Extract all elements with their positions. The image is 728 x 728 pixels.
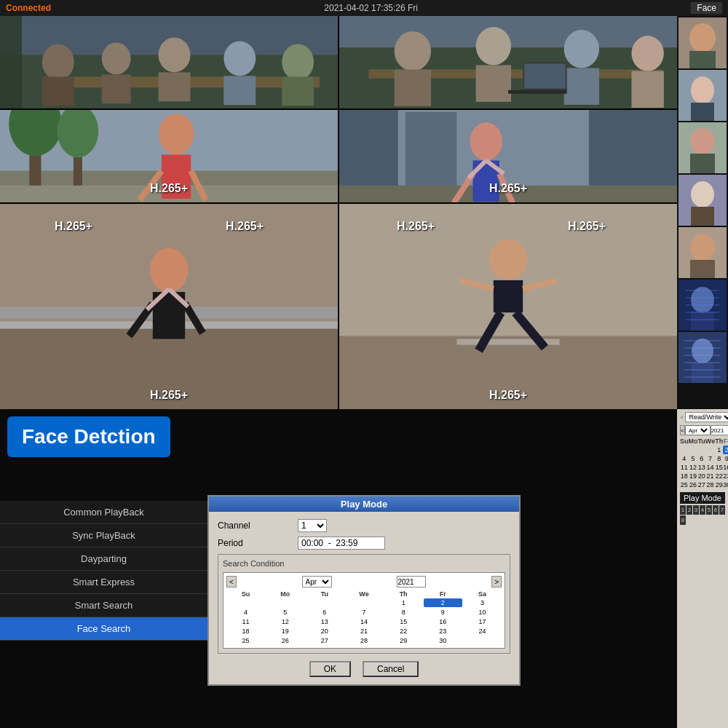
- cal-month-select[interactable]: AprMay: [302, 576, 332, 587]
- br-cal-header: < Apr >: [680, 425, 725, 435]
- search-condition-label: Search Condition: [223, 559, 505, 568]
- svg-rect-74: [691, 103, 714, 121]
- svg-point-63: [489, 239, 527, 280]
- read-write-row: ● Read/Write ▼: [680, 412, 725, 422]
- svg-point-17: [395, 31, 431, 71]
- video-label-5: H.265+: [150, 389, 188, 402]
- svg-point-73: [691, 76, 714, 104]
- dialog-buttons: OK Cancel: [218, 661, 510, 677]
- pm-cell-1[interactable]: 1: [680, 505, 686, 515]
- svg-point-3: [42, 44, 74, 80]
- channel-row: Channel 1234: [218, 519, 510, 532]
- channel-select[interactable]: 1234: [298, 519, 327, 532]
- play-mode-dialog: Play Mode Channel 1234 Period Search Con…: [207, 495, 521, 686]
- pm-cell-4[interactable]: 4: [700, 505, 705, 515]
- svg-point-31: [159, 114, 194, 154]
- video-grid: H.265+ H.265+: [0, 16, 677, 409]
- bottom-right-panel: ● Read/Write ▼ < Apr > Su Mo Tu We Th Fr…: [677, 409, 728, 728]
- menu-item-smart-search[interactable]: Smart Search: [0, 594, 207, 617]
- period-row: Period: [218, 537, 510, 550]
- pm-cell-8[interactable]: 8: [680, 515, 686, 525]
- svg-rect-20: [476, 65, 511, 101]
- svg-point-23: [631, 36, 663, 71]
- face-thumb-5[interactable]: [678, 227, 727, 278]
- face-detection-label: Face Detction: [7, 416, 170, 457]
- pm-cell-6[interactable]: 6: [713, 505, 719, 515]
- video-label-6: H.265+: [489, 389, 527, 402]
- svg-rect-13: [0, 16, 22, 108]
- video-cell-1: [0, 16, 338, 108]
- pm-cell-2[interactable]: 2: [687, 505, 692, 515]
- svg-rect-18: [395, 69, 431, 106]
- codec-label-4: H.265+: [226, 220, 264, 233]
- channel-label: Channel: [218, 521, 298, 531]
- dialog-title: Play Mode: [209, 496, 519, 512]
- face-thumb-2[interactable]: [678, 70, 727, 121]
- svg-rect-12: [282, 76, 314, 106]
- svg-point-5: [102, 42, 131, 74]
- period-input[interactable]: [298, 537, 385, 550]
- svg-rect-83: [690, 260, 715, 278]
- read-write-select[interactable]: Read/Write: [685, 412, 728, 422]
- br-calendar: < Apr > Su Mo Tu We Th Fr Sa 1 2 3 4 5 6…: [680, 425, 725, 489]
- face-thumb-1[interactable]: [678, 17, 727, 68]
- svg-rect-77: [690, 154, 715, 173]
- menu-item-dayparting[interactable]: Dayparting: [0, 547, 207, 571]
- pm-cell-7[interactable]: 7: [719, 505, 725, 515]
- face-thumb-blue-2[interactable]: [678, 332, 727, 383]
- video-label-4: H.265+: [489, 182, 527, 195]
- svg-point-82: [690, 234, 715, 261]
- pm-cell-5[interactable]: 5: [706, 505, 712, 515]
- codec-label-6: H.265+: [568, 220, 606, 233]
- face-thumb-3[interactable]: [678, 122, 727, 173]
- cal-prev-btn[interactable]: <: [226, 576, 237, 587]
- br-cal-grid: Su Mo Tu We Th Fr Sa 1 2 3 4 5 6 7 8 9 1…: [680, 437, 725, 489]
- svg-rect-10: [223, 76, 256, 105]
- top-bar: Connected 2021-04-02 17:35:26 Fri Face: [0, 0, 728, 16]
- br-cal-prev[interactable]: <: [680, 425, 685, 435]
- svg-point-54: [150, 248, 188, 292]
- br-month-select[interactable]: Apr: [685, 425, 711, 435]
- codec-label-5: H.265+: [397, 220, 435, 233]
- datetime-display: 2021-04-02 17:35:26 Fri: [324, 3, 418, 13]
- face-thumb-blue-1[interactable]: [678, 280, 727, 331]
- svg-point-9: [223, 41, 256, 76]
- svg-point-76: [690, 128, 715, 154]
- radio-indicator: ●: [680, 414, 684, 421]
- face-thumb-4[interactable]: [678, 175, 727, 226]
- svg-rect-27: [508, 90, 567, 94]
- video-cell-6: H.265+: [339, 204, 677, 409]
- cal-next-btn[interactable]: >: [491, 576, 502, 587]
- svg-point-70: [689, 23, 716, 52]
- svg-rect-64: [494, 280, 523, 312]
- mini-cal-grid: Su Mo Tu We Th Fr Sa 1 2 3 4: [226, 590, 502, 645]
- play-mode-bottom-label: Play Mode: [680, 492, 725, 504]
- pm-cell-3[interactable]: 3: [693, 505, 699, 515]
- svg-rect-71: [689, 51, 716, 68]
- face-tab[interactable]: Face: [691, 2, 722, 14]
- svg-rect-4: [42, 76, 74, 106]
- search-condition-box: Search Condition < AprMay > Su Mo Tu We …: [218, 554, 510, 654]
- svg-point-11: [282, 44, 314, 80]
- mini-calendar: < AprMay > Su Mo Tu We Th Fr Sa: [223, 572, 505, 649]
- svg-rect-6: [102, 74, 131, 103]
- video-cell-5: H.265+: [0, 204, 338, 409]
- menu-item-smart-express[interactable]: Smart Express: [0, 571, 207, 594]
- menu-item-common-playback[interactable]: Common PlayBack: [0, 501, 207, 524]
- menu-item-face-search[interactable]: Face Search: [0, 617, 207, 641]
- menu-item-sync-playback[interactable]: Sync PlayBack: [0, 524, 207, 547]
- svg-rect-24: [631, 71, 663, 107]
- video-cell-3: H.265+: [0, 110, 338, 202]
- cancel-button[interactable]: Cancel: [363, 661, 419, 677]
- video-label-3: H.265+: [150, 182, 188, 195]
- ok-button[interactable]: OK: [309, 661, 351, 677]
- svg-point-93: [692, 339, 713, 363]
- video-cell-4: H.265+: [339, 110, 677, 202]
- connected-status: Connected: [6, 3, 51, 13]
- cal-year-input[interactable]: [397, 576, 426, 587]
- svg-rect-26: [524, 63, 565, 88]
- br-year-input[interactable]: [711, 425, 728, 435]
- period-label: Period: [218, 538, 298, 548]
- svg-rect-8: [159, 72, 191, 101]
- svg-point-21: [564, 30, 599, 68]
